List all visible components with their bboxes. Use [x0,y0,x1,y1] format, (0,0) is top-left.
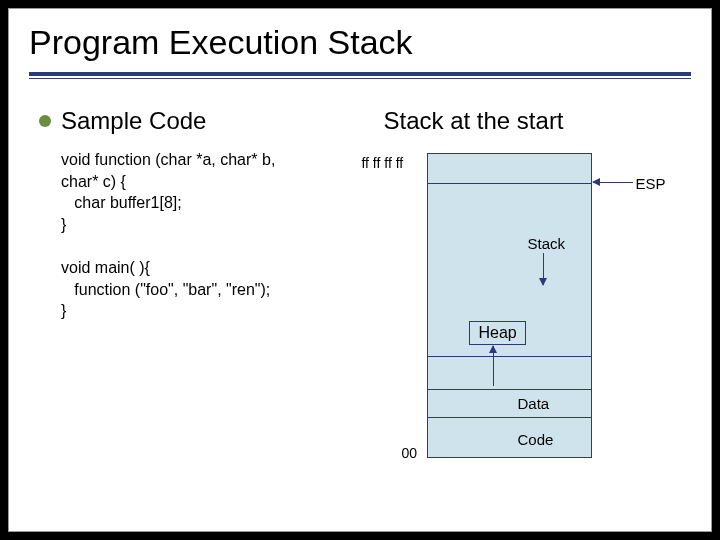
esp-label: ESP [635,175,665,192]
memory-diagram: ff ff ff ff ESP Stack Heap Data Code 00 [397,153,657,463]
left-column: Sample Code void function (char *a, char… [39,107,367,463]
right-heading: Stack at the start [383,107,701,135]
address-top: ff ff ff ff [361,155,403,171]
slide-title: Program Execution Stack [29,23,691,62]
address-bottom: 00 [401,445,417,461]
slide: Program Execution Stack Sample Code void… [8,8,712,532]
esp-arrow-icon [593,182,633,183]
data-label: Data [517,395,549,412]
bullet-row: Sample Code [39,107,367,135]
heap-label: Heap [469,321,525,345]
title-rule-thick [29,72,691,76]
right-column: Stack at the start ff ff ff ff ESP Stack… [377,107,701,463]
memory-box [427,153,592,458]
data-bottom-line [427,417,592,418]
heap-label-text: Heap [478,324,516,341]
title-rule-thin [29,78,691,79]
heap-top-line [427,356,592,357]
stack-label: Stack [527,235,565,252]
code-label: Code [517,431,553,448]
bullet-icon [39,115,51,127]
bullet-text: Sample Code [61,107,206,135]
slide-body: Sample Code void function (char *a, char… [9,85,711,473]
esp-line [427,183,592,184]
heap-arrow-up-icon [493,346,494,386]
title-area: Program Execution Stack [9,9,711,85]
heap-bottom-line [427,389,592,390]
stack-arrow-down-icon [543,253,544,285]
code-block: void function (char *a, char* b, char* c… [61,149,367,322]
